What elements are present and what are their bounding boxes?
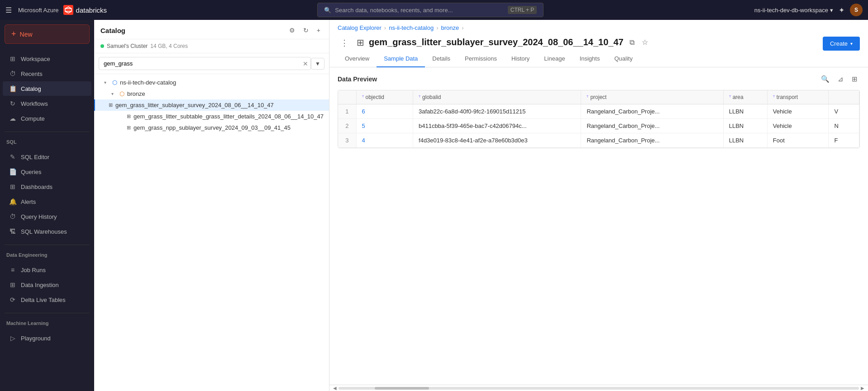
table-title-section: ⊞ gem_grass_litter_sublayer_survey_2024_… — [357, 37, 817, 48]
th-project[interactable]: ᵀ project — [581, 90, 723, 104]
sidebar-item-recents[interactable]: ⏱ Recents — [3, 66, 91, 81]
cell-area-1: LLBN — [723, 104, 767, 119]
tab-quality[interactable]: Quality — [607, 51, 639, 67]
sidebar-divider-2 — [5, 245, 90, 245]
breadcrumb-schema[interactable]: bronze — [441, 24, 459, 31]
tab-lineage[interactable]: Lineage — [537, 51, 572, 67]
th-row-num — [338, 90, 356, 104]
tab-overview[interactable]: Overview — [338, 51, 377, 67]
table-icon-2: ⊞ — [127, 125, 131, 131]
sidebar-item-catalog[interactable]: 📋 Catalog — [3, 81, 91, 96]
sidebar-item-compute[interactable]: ☁ Compute — [3, 111, 91, 126]
cell-area-3: LLBN — [723, 133, 767, 148]
tab-history[interactable]: History — [504, 51, 537, 67]
th-globalid[interactable]: ᵀ globalid — [413, 90, 581, 104]
cell-globalid-1: 3afab22c-6a8d-40f0-9fc2-169015d11215 — [413, 104, 581, 119]
search-bar[interactable]: 🔍 Search data, notebooks, recents, and m… — [317, 3, 544, 17]
preview-filter-button[interactable]: ⊿ — [835, 74, 846, 85]
sidebar-item-playground[interactable]: ▷ Playground — [3, 331, 91, 345]
tab-permissions[interactable]: Permissions — [458, 51, 504, 67]
three-dots-button[interactable]: ⋮ — [338, 37, 351, 49]
compute-icon: ☁ — [9, 115, 16, 122]
sidebar-label-query-history: Query History — [21, 213, 57, 220]
tab-sample-data[interactable]: Sample Data — [377, 51, 425, 67]
th-transport[interactable]: ᵀ transport — [767, 90, 829, 104]
link-objectid-3[interactable]: 4 — [362, 137, 365, 144]
workspace-selector[interactable]: ns-ii-tech-dev-db-workspace ▾ — [754, 7, 833, 14]
create-label: Create — [830, 40, 848, 47]
search-clear-button[interactable]: ✕ — [303, 60, 308, 67]
sidebar-ml-section: ▷ Playground — [0, 328, 94, 349]
sidebar-label-job-runs: Job Runs — [21, 267, 46, 273]
topbar-search[interactable]: 🔍 Search data, notebooks, recents, and m… — [107, 3, 754, 17]
create-button[interactable]: Create ▾ — [823, 37, 860, 51]
star-button[interactable]: ☆ — [640, 37, 649, 48]
catalog-add-button[interactable]: + — [315, 25, 323, 35]
breadcrumb-sep-2: › — [436, 24, 438, 31]
sidebar-item-alerts[interactable]: 🔔 Alerts — [3, 194, 91, 209]
sidebar-item-queries[interactable]: 📄 Queries — [3, 165, 91, 179]
star-icon[interactable]: ✦ — [839, 6, 844, 14]
sidebar-label-sql-editor: SQL Editor — [21, 154, 49, 160]
search-shortcut-label: CTRL + P — [508, 6, 537, 14]
sidebar-item-dashboards[interactable]: ⊞ Dashboards — [3, 179, 91, 194]
preview-columns-button[interactable]: ⊞ — [849, 74, 860, 85]
sidebar-main-section: ⊞ Workspace ⏱ Recents 📋 Catalog ↻ Workfl… — [0, 48, 94, 129]
tree-table-item-1[interactable]: ⊞ gem_grass_litter_subtable_grass_litter… — [94, 111, 329, 122]
sidebar-item-job-runs[interactable]: ≡ Job Runs — [3, 263, 91, 277]
table-header-row: ᵀ objectid ᵀ globalid — [338, 90, 859, 104]
catalog-filter-button[interactable]: ▼ — [311, 58, 324, 70]
sidebar-item-query-history[interactable]: ⏱ Query History — [3, 209, 91, 224]
sql-warehouses-icon: 🏗 — [9, 228, 16, 235]
breadcrumb-catalog[interactable]: ns-ii-tech-catalog — [389, 24, 434, 31]
cluster-size: 14 GB, 4 Cores — [150, 43, 188, 49]
table-row: 2 5 b411cbba-5f39-465e-bac7-c42d06794c..… — [338, 119, 859, 133]
scrollbar-thumb[interactable] — [375, 387, 429, 390]
sidebar-label-queries: Queries — [21, 169, 42, 175]
catalog-tree: ▾ ⬡ ns-ii-tech-dev-catalog ▾ ⬡ bronze ⊞ … — [94, 74, 329, 391]
workspace-icon: ⊞ — [9, 55, 16, 62]
link-objectid-1[interactable]: 6 — [362, 108, 365, 115]
tree-schema-item[interactable]: ▾ ⬡ bronze — [94, 88, 329, 99]
th-area[interactable]: ᵀ area — [723, 90, 767, 104]
cell-objectid-1: 6 — [356, 104, 413, 119]
sidebar-item-sql-editor[interactable]: ✎ SQL Editor — [3, 150, 91, 164]
create-section: Create ▾ — [823, 37, 860, 51]
scroll-left-icon[interactable]: ◀ — [331, 386, 339, 391]
tab-details[interactable]: Details — [425, 51, 458, 67]
copy-button[interactable]: ⧉ — [628, 37, 636, 48]
sidebar-item-sql-warehouses[interactable]: 🏗 SQL Warehouses — [3, 224, 91, 239]
sidebar-item-data-ingestion[interactable]: ⊞ Data Ingestion — [3, 278, 91, 292]
sidebar-item-delta-live[interactable]: ⟳ Delta Live Tables — [3, 292, 91, 307]
data-eng-section-label: Data Engineering — [0, 248, 94, 259]
cell-project-1: Rangeland_Carbon_Proje... — [581, 104, 723, 119]
scrollbar-track[interactable] — [339, 387, 859, 390]
sidebar-label-workflows: Workflows — [21, 100, 48, 107]
link-objectid-2[interactable]: 5 — [362, 122, 365, 129]
new-button[interactable]: + New — [5, 24, 90, 44]
scroll-right-icon[interactable]: ▶ — [859, 386, 866, 391]
preview-search-button[interactable]: 🔍 — [819, 74, 832, 85]
tree-catalog-item[interactable]: ▾ ⬡ ns-ii-tech-dev-catalog — [94, 77, 329, 88]
page-title: gem_grass_litter_sublayer_survey_2024_08… — [369, 37, 624, 47]
sidebar-item-workflows[interactable]: ↻ Workflows — [3, 96, 91, 111]
table-icon-0: ⊞ — [109, 102, 113, 108]
catalog-search-row: ✕ ▼ — [94, 53, 329, 74]
catalog-refresh-button[interactable]: ↻ — [301, 25, 311, 35]
bottom-scrollbar[interactable]: ◀ ▶ — [329, 385, 868, 391]
catalog-settings-button[interactable]: ⚙ — [287, 25, 297, 35]
catalog-header-actions: ⚙ ↻ + — [287, 25, 323, 35]
tree-table-item-0[interactable]: ⊞ gem_grass_litter_sublayer_survey_2024_… — [94, 99, 329, 111]
catalog-search-input[interactable] — [99, 57, 311, 70]
th-objectid[interactable]: ᵀ objectid — [356, 90, 413, 104]
cell-globalid-3: f4d3e019-83c8-4e41-af2e-a78e60b3d0e3 — [413, 133, 581, 148]
catalog-tree-icon: ⬡ — [112, 79, 117, 86]
hamburger-icon[interactable]: ☰ — [5, 6, 12, 14]
tree-table-item-2[interactable]: ⊞ gem_grass_npp_sublayer_survey_2024_09_… — [94, 122, 329, 133]
sidebar-item-workspace[interactable]: ⊞ Workspace — [3, 52, 91, 66]
breadcrumb-sep-3: › — [462, 24, 463, 31]
preview-actions: 🔍 ⊿ ⊞ — [819, 74, 860, 85]
tab-insights[interactable]: Insights — [572, 51, 607, 67]
breadcrumb-catalog-explorer[interactable]: Catalog Explorer — [338, 24, 382, 31]
avatar[interactable]: S — [850, 4, 863, 16]
